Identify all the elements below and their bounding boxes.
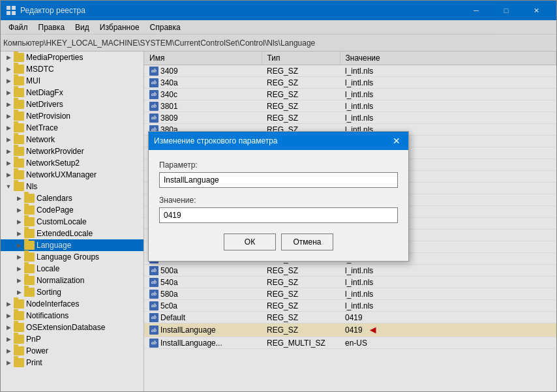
cancel-button[interactable]: Отмена [281, 234, 333, 250]
modal-title: Изменение строкового параметра [154, 136, 278, 145]
modal-buttons: ОК Отмена [159, 234, 398, 250]
value-input[interactable] [159, 207, 398, 223]
modal-dialog: Изменение строкового параметра ✕ Парамет… [148, 131, 409, 262]
modal-overlay: Изменение строкового параметра ✕ Парамет… [0, 0, 557, 392]
value-label: Значение: [159, 196, 398, 205]
param-label: Параметр: [159, 160, 398, 170]
ok-button[interactable]: ОК [224, 234, 276, 250]
modal-titlebar: Изменение строкового параметра ✕ [149, 132, 408, 150]
modal-body: Параметр: Значение: ОК Отмена [149, 150, 408, 261]
param-input[interactable] [159, 172, 398, 188]
modal-close-button[interactable]: ✕ [390, 134, 403, 147]
